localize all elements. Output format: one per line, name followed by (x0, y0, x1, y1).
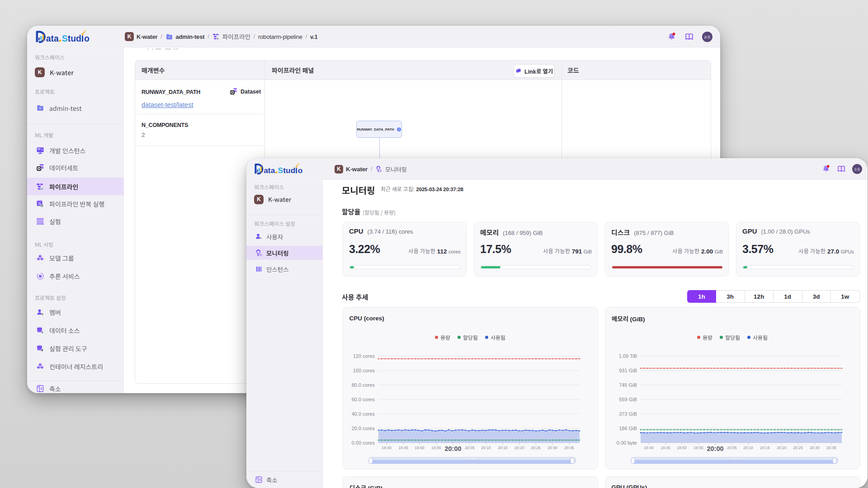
svg-text:60.0 cores: 60.0 cores (351, 397, 375, 402)
svg-text:19:40: 19:40 (382, 446, 392, 450)
svg-text:100 cores: 100 cores (353, 368, 375, 373)
svg-text:745 GiB: 745 GiB (619, 382, 637, 388)
svg-text:20:30: 20:30 (810, 446, 820, 450)
svg-text:120 cores: 120 cores (353, 353, 375, 359)
svg-text:S: S (278, 166, 283, 174)
svg-text:20:25: 20:25 (531, 446, 541, 450)
svg-text:0.00 byte: 0.00 byte (616, 440, 637, 446)
svg-text:o: o (298, 166, 303, 174)
svg-text:20:10: 20:10 (481, 446, 491, 450)
svg-text:0.00 cores: 0.00 cores (351, 440, 375, 446)
svg-text:1.09 TiB: 1.09 TiB (618, 353, 637, 359)
svg-text:19:45: 19:45 (660, 446, 670, 450)
svg-text:186 GiB: 186 GiB (619, 426, 637, 431)
svg-text:20:05: 20:05 (465, 446, 475, 450)
svg-text:19:55: 19:55 (693, 446, 703, 450)
svg-text:20:00: 20:00 (707, 445, 723, 452)
svg-text:o: o (84, 33, 90, 43)
svg-text:19:40: 19:40 (644, 446, 654, 450)
svg-text:20:30: 20:30 (547, 446, 557, 450)
svg-text:40.0 cores: 40.0 cores (351, 411, 375, 417)
svg-text:ata: ata (264, 166, 275, 174)
svg-text:373 GiB: 373 GiB (619, 411, 637, 417)
svg-text:tud: tud (283, 166, 295, 174)
svg-text:931 GiB: 931 GiB (619, 368, 637, 373)
svg-text:20:15: 20:15 (760, 446, 770, 450)
svg-text:20:20: 20:20 (777, 446, 787, 450)
svg-text:S: S (62, 33, 68, 43)
svg-text:20:15: 20:15 (498, 446, 508, 450)
svg-text:80.0 cores: 80.0 cores (351, 382, 375, 388)
svg-text:20:35: 20:35 (564, 446, 574, 450)
svg-text:ata: ata (46, 33, 59, 43)
svg-text:559 GiB: 559 GiB (619, 397, 637, 402)
svg-text:19:55: 19:55 (431, 446, 441, 450)
svg-text:20:05: 20:05 (727, 446, 737, 450)
svg-text:20:10: 20:10 (743, 446, 753, 450)
svg-text:20:20: 20:20 (514, 446, 524, 450)
svg-text:19:50: 19:50 (415, 446, 425, 450)
svg-text:19:45: 19:45 (398, 446, 408, 450)
svg-text:20:35: 20:35 (826, 446, 836, 450)
svg-text:20:00: 20:00 (444, 445, 461, 452)
svg-text:20.0 cores: 20.0 cores (351, 426, 375, 431)
svg-text:20:25: 20:25 (793, 446, 803, 450)
svg-text:tud: tud (68, 33, 81, 43)
svg-text:19:50: 19:50 (677, 446, 687, 450)
